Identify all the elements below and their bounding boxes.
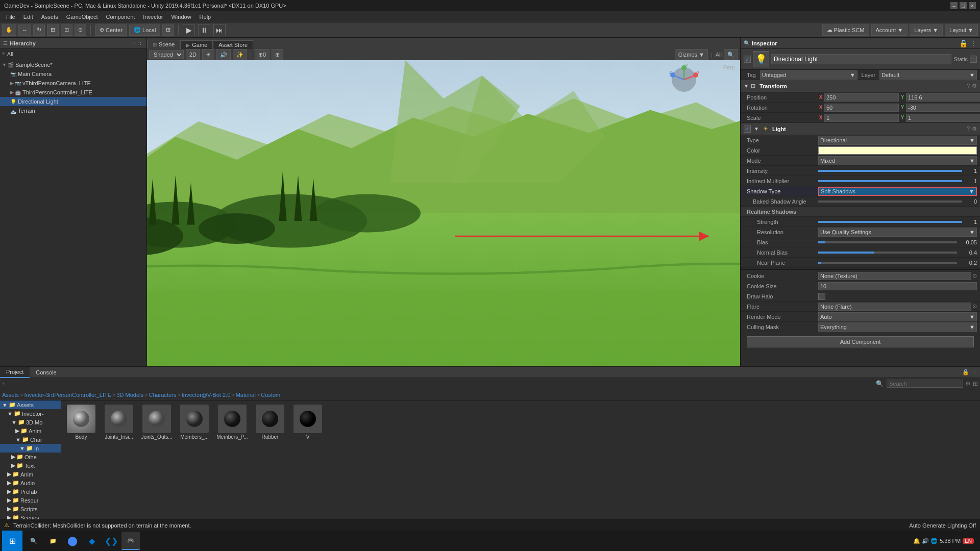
- inspector-lock-icon[interactable]: 🔒: [959, 39, 968, 47]
- tree-item-anim[interactable]: ▶ 📁 Anim: [0, 427, 61, 435]
- menu-file[interactable]: File: [2, 13, 19, 21]
- file-item-joints-insi[interactable]: Joints_Insi...: [101, 403, 137, 442]
- taskbar-vscode[interactable]: ❮❯: [102, 532, 120, 550]
- tree-item-char[interactable]: ▼ 📁 Char: [0, 435, 61, 444]
- cookie-browse-icon[interactable]: ⊙: [972, 272, 977, 279]
- normal-bias-slider[interactable]: [818, 252, 957, 254]
- scene-view[interactable]: Shaded 2D ☀ 🔊 ✨ | ⊕0 ⊕ Gizmos ▼ | All 🔍: [147, 49, 740, 366]
- menu-gameobject[interactable]: GameObject: [62, 13, 102, 21]
- breadcrumb-characters[interactable]: Characters: [149, 392, 176, 398]
- tree-item-scripts[interactable]: ▶ 📁 Scripts: [0, 505, 61, 513]
- near-plane-slider[interactable]: [818, 262, 957, 264]
- light-settings-icon[interactable]: ⚙: [972, 126, 977, 132]
- tab-project[interactable]: Project: [0, 367, 30, 378]
- rot-x-field[interactable]: [824, 104, 899, 112]
- tool-transform[interactable]: ⊙: [75, 24, 86, 36]
- add-component-button[interactable]: Add Component: [747, 336, 974, 347]
- account-button[interactable]: Account ▼: [871, 24, 908, 36]
- file-item-v[interactable]: V: [290, 403, 326, 442]
- fx-button[interactable]: ✨: [233, 49, 247, 60]
- layer-dropdown[interactable]: Default ▼: [879, 70, 977, 80]
- tab-scene[interactable]: ⊞ Scene: [147, 40, 180, 49]
- hierarchy-item-terrain[interactable]: 🗻 Terrain: [0, 106, 146, 115]
- play-button[interactable]: ▶: [183, 24, 195, 36]
- project-search-input[interactable]: [887, 380, 963, 388]
- tool-hand[interactable]: ✋: [2, 24, 16, 36]
- taskbar-search[interactable]: 🔍: [24, 532, 43, 550]
- object-name-field[interactable]: [771, 54, 951, 64]
- tool-rect[interactable]: ⊡: [61, 24, 72, 36]
- tree-item-animroot[interactable]: ▶ 📁 Anim: [0, 470, 61, 479]
- tree-item-text[interactable]: ▶ 📁 Text: [0, 461, 61, 470]
- menu-help[interactable]: Help: [195, 13, 215, 21]
- rot-y-field[interactable]: [906, 104, 980, 112]
- culling-mask-dropdown[interactable]: Everything ▼: [818, 322, 977, 332]
- audio-button[interactable]: 🔊: [216, 49, 231, 60]
- menu-assets[interactable]: Assets: [37, 13, 62, 21]
- tree-item-resour[interactable]: ▶ 📁 Resour: [0, 496, 61, 505]
- scale-x-field[interactable]: [824, 114, 899, 122]
- step-button[interactable]: ⏭: [213, 24, 226, 36]
- flare-browse-icon[interactable]: ⊙: [972, 303, 977, 310]
- layers-button[interactable]: Layers ▼: [910, 24, 943, 36]
- breadcrumb-invector[interactable]: Invector-3rdPersonController_LITE: [24, 392, 111, 398]
- scene-view-more[interactable]: ⊕: [272, 49, 283, 60]
- cookie-field[interactable]: [818, 272, 971, 280]
- hierarchy-item-maincamera[interactable]: 📷 Main Camera: [0, 69, 146, 79]
- bias-slider[interactable]: [818, 241, 957, 243]
- object-active-checkbox[interactable]: [744, 56, 751, 63]
- indirect-slider[interactable]: [818, 180, 962, 182]
- breadcrumb-3dmodels[interactable]: 3D Models: [116, 392, 143, 398]
- project-filter-icon[interactable]: ⊞: [973, 380, 978, 387]
- flare-field[interactable]: [818, 303, 971, 311]
- type-dropdown[interactable]: Directional ▼: [818, 136, 977, 145]
- hierarchy-add-icon[interactable]: +: [133, 40, 136, 46]
- scale-y-field[interactable]: [906, 114, 980, 122]
- inspector-more-icon[interactable]: ⋮: [970, 39, 977, 47]
- transform-help-icon[interactable]: ?: [967, 83, 970, 89]
- transform-header[interactable]: ▼ ⊞ Transform ? ⚙: [741, 80, 980, 92]
- menu-edit[interactable]: Edit: [19, 13, 37, 21]
- breadcrumb-material[interactable]: Material: [236, 392, 256, 398]
- light-header[interactable]: ▼ ☀ Light ? ⚙: [741, 123, 980, 135]
- 2d-button[interactable]: 2D: [186, 49, 200, 60]
- hierarchy-menu-icon[interactable]: ⋮: [138, 40, 143, 46]
- resolution-dropdown[interactable]: Use Quality Settings ▼: [818, 228, 977, 237]
- shading-dropdown[interactable]: Shaded: [149, 50, 184, 59]
- breadcrumb-assets[interactable]: Assets: [2, 392, 19, 398]
- menu-invector[interactable]: Invector: [139, 13, 167, 21]
- pos-y-field[interactable]: [906, 93, 980, 102]
- hierarchy-item-dirlight[interactable]: 💡 Directional Light: [0, 97, 146, 106]
- pivot-button[interactable]: ⊕ Center: [95, 24, 127, 36]
- taskbar-unity[interactable]: 🎮: [121, 532, 140, 550]
- file-item-members-p[interactable]: Members_P...: [214, 403, 250, 442]
- hierarchy-content[interactable]: ▼ 🎬 SampleScene* 📷 Main Camera ▶ 📷 vThir…: [0, 59, 146, 366]
- tool-move[interactable]: ↔: [18, 24, 31, 36]
- minimize-button[interactable]: –: [950, 2, 958, 9]
- snap-button[interactable]: ⊞: [162, 24, 174, 36]
- taskbar-explorer[interactable]: 📁: [44, 532, 62, 550]
- light-enabled-checkbox[interactable]: [744, 126, 751, 133]
- tab-game[interactable]: ▶ Game: [180, 40, 213, 49]
- shadow-type-dropdown[interactable]: Soft Shadows ▼: [818, 187, 977, 196]
- add-project-icon[interactable]: +: [2, 381, 5, 387]
- render-mode-dropdown[interactable]: Auto ▼: [818, 312, 977, 321]
- breadcrumb-vbot[interactable]: Invector@V-Bot 2.0: [182, 392, 231, 398]
- menu-window[interactable]: Window: [167, 13, 195, 21]
- strength-slider[interactable]: [818, 221, 962, 223]
- project-more-icon[interactable]: ⋮: [971, 369, 977, 375]
- close-button[interactable]: ×: [969, 2, 976, 9]
- intensity-slider[interactable]: [818, 170, 962, 172]
- space-button[interactable]: 🌐 Local: [129, 24, 160, 36]
- tool-scale[interactable]: ⊞: [47, 24, 59, 36]
- menu-component[interactable]: Component: [102, 13, 139, 21]
- cookie-size-field[interactable]: [818, 282, 977, 290]
- lighting-button[interactable]: ☀: [202, 49, 214, 60]
- breadcrumb-custom[interactable]: Custom: [261, 392, 280, 398]
- color-swatch[interactable]: [818, 146, 977, 155]
- hierarchy-all-label[interactable]: All: [7, 51, 13, 57]
- tag-dropdown[interactable]: Untagged ▼: [760, 70, 857, 80]
- gizmos-button[interactable]: Gizmos ▼: [675, 49, 708, 60]
- tree-item-in[interactable]: ▼ 📁 In: [0, 444, 61, 453]
- file-item-rubber[interactable]: Rubber: [252, 403, 288, 442]
